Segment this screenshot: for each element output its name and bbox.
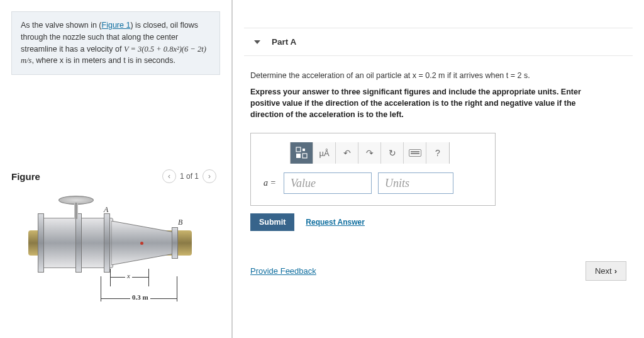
reset-button[interactable]: ↻ — [381, 142, 404, 164]
redo-button[interactable]: ↷ — [358, 142, 381, 164]
variable-label: a = — [262, 178, 284, 188]
part-label: Part A — [272, 37, 296, 47]
problem-tail: , where x is in meters and t is in secon… — [31, 56, 175, 65]
chevron-right-icon: › — [614, 266, 617, 276]
problem-prefix: As the valve shown in ( — [21, 21, 102, 30]
keyboard-button[interactable] — [404, 142, 426, 164]
figure-nav: ‹ 1 of 1 › — [158, 169, 220, 183]
figure-counter: 1 of 1 — [180, 172, 199, 181]
templates-button[interactable] — [291, 142, 313, 164]
value-input[interactable] — [284, 172, 372, 194]
svg-rect-3 — [296, 154, 301, 158]
undo-button[interactable]: ↶ — [336, 142, 358, 164]
answer-panel: µÅ ↶ ↷ ↻ ? a = — [250, 133, 496, 206]
request-answer-link[interactable]: Request Answer — [306, 218, 365, 227]
svg-rect-1 — [296, 147, 301, 152]
figure-link[interactable]: Figure 1 — [102, 21, 131, 30]
collapse-caret-icon — [254, 40, 260, 44]
help-button[interactable]: ? — [426, 142, 449, 164]
svg-rect-2 — [303, 149, 305, 151]
figure-dim-x: x — [125, 272, 132, 279]
part-header[interactable]: Part A — [244, 28, 633, 56]
figure-label-b: B — [178, 218, 182, 227]
question-instruction: Express your answer to three significant… — [250, 86, 602, 120]
figure-next-button[interactable]: › — [203, 169, 216, 183]
figure-image: A B x 0.3 m — [9, 193, 222, 318]
figure-label-a: A — [104, 205, 108, 215]
units-symbols-button[interactable]: µÅ — [313, 142, 336, 164]
units-input[interactable] — [378, 172, 453, 194]
keyboard-icon — [409, 149, 421, 157]
provide-feedback-link[interactable]: Provide Feedback — [250, 266, 316, 276]
figure-title: Figure — [11, 171, 40, 182]
figure-dim-length: 0.3 m — [130, 293, 150, 301]
next-button[interactable]: Next› — [586, 261, 626, 281]
next-label: Next — [595, 266, 612, 276]
answer-toolbar: µÅ ↶ ↷ ↻ ? — [290, 142, 450, 164]
submit-button[interactable]: Submit — [250, 213, 294, 231]
svg-rect-4 — [303, 154, 307, 158]
question-text: Determine the acceleration of an oil par… — [250, 71, 602, 80]
problem-statement: As the valve shown in (Figure 1) is clos… — [11, 11, 220, 75]
figure-prev-button[interactable]: ‹ — [162, 169, 176, 183]
